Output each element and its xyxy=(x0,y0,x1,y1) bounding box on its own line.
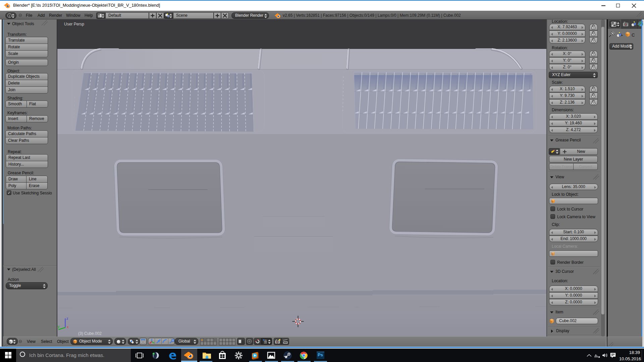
svg-text:z: z xyxy=(66,316,68,320)
svg-text:x: x xyxy=(67,325,69,329)
svg-text:y: y xyxy=(58,324,60,328)
